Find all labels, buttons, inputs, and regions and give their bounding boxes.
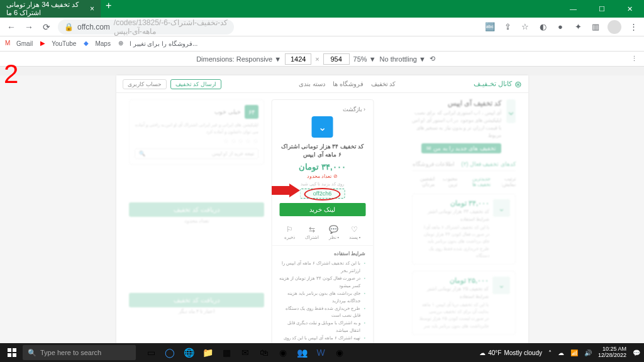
store-description: آی ایپس ، اپ استوری ایرانی که برای نصب ا… bbox=[412, 109, 501, 140]
get-code-button[interactable]: دریافت کد تخفیف bbox=[129, 202, 264, 217]
bookmark-site[interactable]: ⊕فروشگاه را برای تغییر ا... bbox=[118, 40, 197, 48]
cortana-icon[interactable]: ◯ bbox=[161, 344, 179, 361]
share-icon[interactable]: ⇪ bbox=[502, 21, 513, 33]
nav-categories[interactable]: دسته بندی bbox=[299, 80, 325, 87]
svg-rect-1 bbox=[8, 348, 11, 352]
nav-codes[interactable]: کد تخفیف bbox=[371, 80, 396, 87]
discount-card[interactable]: ⌄ ۲۵,۰۰۰ تومان کد تخفیف ۲۵ هزار تومانی ا… bbox=[412, 271, 516, 335]
start-button[interactable] bbox=[4, 344, 20, 361]
sort-popular[interactable]: محبوب ترین bbox=[438, 176, 457, 187]
bookmark-icon[interactable]: ☆ bbox=[519, 21, 531, 33]
store-info-column: ⌄ کد تخفیف آی ایپس آی ایپس ، اپ استوری ا… bbox=[412, 99, 516, 335]
menu-icon[interactable]: ⋮ bbox=[628, 21, 639, 33]
send-code-button[interactable]: ارسال کد تخفیف bbox=[170, 79, 221, 89]
modal-price: ۳۴,۰۰۰ تومان bbox=[279, 162, 365, 172]
edge-icon[interactable]: 🌐 bbox=[180, 344, 197, 361]
close-window-button[interactable]: ✕ bbox=[616, 0, 644, 18]
wifi-icon[interactable]: 📶 bbox=[570, 349, 578, 356]
reading-list-icon[interactable]: ▥ bbox=[590, 21, 601, 33]
clock[interactable]: 10:25 AM 12/28/2022 bbox=[598, 346, 626, 359]
zoom-dropdown[interactable]: 75% ▼ bbox=[353, 55, 376, 63]
tab-store-info[interactable]: اطلاعات فروشگاه bbox=[413, 161, 455, 167]
onedrive-icon[interactable]: ☁ bbox=[558, 349, 564, 356]
discount-code-chip[interactable]: off2ch6 bbox=[300, 189, 345, 199]
brand-icon: ⊛ bbox=[514, 79, 522, 89]
site-brand[interactable]: ⊛کانال تخـفیـف bbox=[474, 79, 522, 89]
app-icon[interactable]: ▦ bbox=[218, 344, 235, 361]
browser-tab[interactable]: کد تخفیف 34 هزار تومانی اشتراک 6 ما × bbox=[0, 0, 101, 18]
account-button[interactable]: حساب کاربری bbox=[123, 79, 167, 89]
reload-button[interactable]: ⟳ bbox=[40, 21, 53, 33]
back-button[interactable]: ← bbox=[5, 21, 18, 33]
save-action[interactable]: ⚐ذخیره bbox=[284, 225, 295, 240]
forward-button[interactable]: → bbox=[23, 21, 35, 33]
address-bar: ← → ⟳ 🔒 offch.com/codes/13825/کد-تخفیف-ا… bbox=[0, 18, 644, 36]
sort-expiring[interactable]: انقضین مردان bbox=[412, 176, 435, 187]
word-icon[interactable]: W bbox=[312, 344, 330, 361]
bookmark-youtube[interactable]: ▶YouTube bbox=[40, 40, 76, 48]
svg-rect-2 bbox=[13, 348, 16, 352]
volume-icon[interactable]: 🔊 bbox=[584, 349, 592, 356]
search-icon: 🔍 bbox=[139, 151, 145, 156]
store-icon[interactable]: 🛍 bbox=[255, 344, 273, 361]
task-view-icon[interactable]: ▭ bbox=[142, 344, 160, 361]
store-title: کد تخفیف آی ایپس bbox=[412, 99, 501, 107]
purchase-result-input[interactable]: نتیجه خرید از او ایپس🔍 bbox=[135, 148, 258, 159]
new-tab-button[interactable]: + bbox=[101, 0, 116, 18]
discount-modal: ‹ بازگشت ⌄ کد تخفیف ۳۴ هزار تومانی اشترا… bbox=[271, 99, 374, 346]
devtools-device-bar: Dimensions: Responsive ▼ × 75% ▼ No thro… bbox=[0, 52, 644, 67]
translate-icon[interactable]: 🔤 bbox=[484, 21, 496, 33]
nav-stores[interactable]: فروشگاه ها bbox=[333, 80, 364, 87]
card-logo-icon: ⌄ bbox=[493, 199, 510, 217]
extension-icon[interactable]: ◐ bbox=[537, 21, 548, 33]
star-rating[interactable]: ☆ ☆ ☆ ☆ ☆ bbox=[135, 138, 258, 145]
throttle-dropdown[interactable]: No throttling ▼ bbox=[380, 55, 426, 63]
tray-chevron-icon[interactable]: ˄ bbox=[548, 349, 552, 356]
chrome-icon[interactable]: ◉ bbox=[274, 344, 292, 361]
mail-icon[interactable]: ✉ bbox=[236, 344, 254, 361]
review-widget: ۶۴ خیلی خوب اپلیکیشن های ایرانی و غیر ای… bbox=[129, 99, 264, 165]
devtools-more-icon[interactable]: ⋮ bbox=[631, 55, 638, 63]
share-action[interactable]: ⇆اشتراک bbox=[305, 225, 319, 240]
card-price: ۲۵,۰۰۰ تومان bbox=[419, 277, 489, 285]
lock-icon: 🔒 bbox=[64, 23, 74, 31]
terms-title: شرایط استفاده bbox=[279, 251, 365, 256]
card-subtitle: کد تخفیف ۲۵ هزار تومانی اشتر bbox=[419, 286, 489, 292]
tab-active-codes[interactable]: کدهای تخفیف فعال (۲) bbox=[462, 161, 516, 167]
rotate-icon[interactable]: ⟲ bbox=[430, 55, 435, 63]
extension2-icon[interactable]: ● bbox=[555, 21, 566, 33]
viewport-width-input[interactable] bbox=[285, 53, 311, 65]
notify-new-codes-button[interactable]: تخفیف های جدید را به من ✉ bbox=[421, 143, 501, 153]
sort-newest[interactable]: جدیدترین تخفیف ها bbox=[460, 176, 491, 187]
discount-card[interactable]: ⌄ ۳۴,۰۰۰ تومان کد تخفیف ۳۴ هزار تومانی ا… bbox=[412, 194, 516, 265]
bookmark-maps[interactable]: ◆Maps bbox=[84, 40, 110, 48]
notifications-icon[interactable]: 💬 bbox=[633, 349, 640, 356]
puzzle-icon[interactable]: ✦ bbox=[572, 21, 584, 33]
profile-avatar[interactable] bbox=[608, 20, 621, 34]
weather-widget[interactable]: ☁ 40°F Mostly cloudy bbox=[479, 349, 542, 356]
chrome2-icon[interactable]: ◉ bbox=[331, 344, 348, 361]
modal-back-link[interactable]: ‹ بازگشت bbox=[279, 106, 365, 112]
explorer-icon[interactable]: 📁 bbox=[199, 344, 216, 361]
responsive-dropdown[interactable]: Dimensions: Responsive ▼ bbox=[196, 55, 281, 63]
maximize-button[interactable]: ☐ bbox=[587, 0, 616, 18]
site-header: ⊛کانال تخـفیـف کد تخفیف فروشگاه ها دسته … bbox=[116, 75, 528, 93]
svg-rect-4 bbox=[13, 353, 16, 357]
get-code-button[interactable]: دریافت کد تخفیف bbox=[129, 293, 264, 307]
like-action[interactable]: ♡• پسند bbox=[349, 225, 360, 240]
comment-action[interactable]: 💬• نظر bbox=[329, 225, 339, 240]
url-host: offch.com bbox=[77, 23, 110, 31]
taskbar-search[interactable]: 🔍Type here to search bbox=[23, 345, 136, 360]
widget-text: اپلیکیشن های ایرانی و غیر ایرانی اشتراک … bbox=[135, 122, 258, 135]
close-tab-icon[interactable]: × bbox=[90, 4, 94, 13]
url-field[interactable]: 🔒 offch.com/codes/13825/کد-تخفیف-اشتراک-… bbox=[58, 19, 234, 35]
minimize-button[interactable]: — bbox=[559, 0, 587, 18]
modal-title: کد تخفیف ۳۴ هزار تومانی اشتراک ۶ ماهه آی… bbox=[279, 143, 365, 158]
system-tray[interactable]: ☁ 40°F Mostly cloudy ˄ ☁ 📶 🔊 10:25 AM 12… bbox=[479, 346, 640, 359]
viewport-height-input[interactable] bbox=[323, 53, 350, 65]
sidebar-column: ۶۴ خیلی خوب اپلیکیشن های ایرانی و غیر ای… bbox=[129, 99, 264, 314]
buy-link-button[interactable]: لینک خرید bbox=[279, 203, 365, 216]
bookmark-gmail[interactable]: MGmail bbox=[5, 40, 33, 48]
card-rules-label: شرایط استفاده bbox=[419, 294, 489, 299]
teams-icon[interactable]: 👥 bbox=[293, 344, 311, 361]
